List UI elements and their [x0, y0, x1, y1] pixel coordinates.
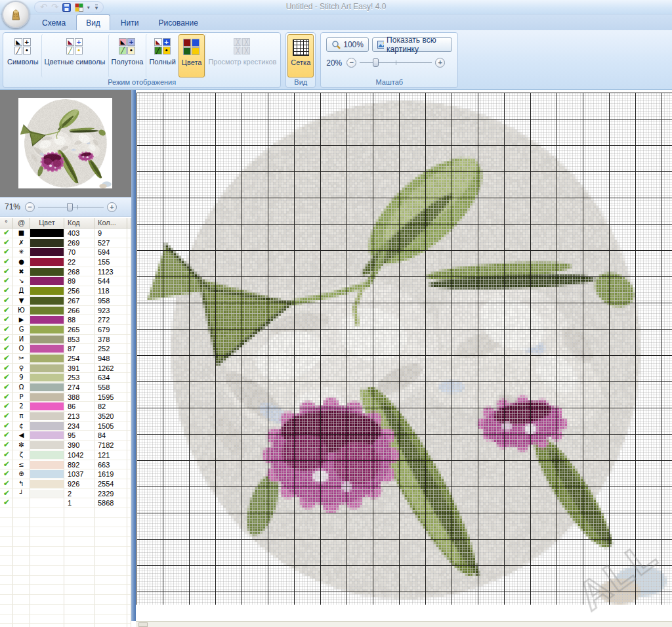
enabled-check-icon[interactable]: ✔ — [0, 364, 13, 374]
enabled-check-icon[interactable]: ✔ — [0, 431, 13, 441]
palette-row[interactable]: ✔■4039 — [0, 228, 131, 238]
main-area: 71% − + ° @ Цвет Код Кол... ✔■40 — [0, 90, 672, 627]
enabled-check-icon[interactable]: ✔ — [0, 460, 13, 470]
scale-slider-handle[interactable] — [373, 58, 379, 67]
enabled-check-icon[interactable]: ✔ — [0, 402, 13, 412]
palette-row[interactable]: ✔¢2341505 — [0, 422, 131, 431]
palette-row[interactable]: ✔↰9262554 — [0, 479, 131, 489]
enabled-check-icon[interactable]: ✔ — [0, 373, 13, 383]
enabled-check-icon[interactable]: ✔ — [0, 315, 13, 325]
enabled-check-icon[interactable]: ✔ — [0, 441, 13, 450]
enabled-check-icon[interactable]: ✔ — [0, 248, 13, 257]
palette-row[interactable]: ✔G265679 — [0, 325, 131, 335]
halftone-mode-button[interactable]: ◣+╱• Полутона — [108, 34, 146, 77]
palette-row[interactable]: ✔✖2681123 — [0, 267, 131, 277]
enabled-check-icon[interactable]: ✔ — [0, 412, 13, 422]
palette-row[interactable]: ✔ζ1042121 — [0, 450, 131, 460]
palette-row[interactable]: ✔●22155 — [0, 257, 131, 267]
enabled-check-icon[interactable]: ✔ — [0, 257, 13, 267]
zoom-100-button[interactable]: 100% — [326, 37, 369, 52]
palette-row[interactable]: ✔π2133520 — [0, 412, 131, 422]
preview-zoom-slider[interactable] — [38, 203, 104, 211]
enabled-check-icon[interactable]: ✔ — [0, 286, 13, 296]
enabled-check-icon[interactable]: ✔ — [0, 393, 13, 402]
enabled-check-icon[interactable]: ✔ — [0, 383, 13, 393]
enabled-check-icon[interactable]: ✔ — [0, 450, 13, 460]
enabled-check-icon[interactable]: ✔ — [0, 306, 13, 316]
symbols-mode-button[interactable]: ◣+╱• Символы — [5, 34, 41, 77]
palette-row[interactable]: ✔✳70594 — [0, 248, 131, 257]
stitch-symbol: 9 — [13, 373, 30, 383]
stitch-pattern-canvas[interactable] — [136, 93, 672, 605]
view-crosses-button[interactable]: ╳╳╳╳ Просмотр крестиков — [205, 34, 279, 77]
palette-row[interactable]: ✔15868 — [0, 498, 131, 508]
palette-row[interactable]: ✔✗269527 — [0, 238, 131, 248]
palette-row[interactable]: ✔9253634 — [0, 373, 131, 383]
tab-schema[interactable]: Схема — [33, 16, 75, 30]
preview-zoom-handle[interactable] — [67, 203, 73, 211]
stitch-count: 1595 — [94, 393, 127, 402]
enabled-check-icon[interactable]: ✔ — [0, 489, 13, 499]
palette-row[interactable]: ✔≤892663 — [0, 460, 131, 470]
thread-code: 256 — [64, 286, 94, 296]
enabled-check-icon[interactable]: ✔ — [0, 479, 13, 489]
tab-niti[interactable]: Нити — [112, 16, 148, 30]
enabled-check-icon[interactable]: ✔ — [0, 344, 13, 354]
palette-row[interactable]: ✔▶88272 — [0, 315, 131, 325]
enabled-check-icon[interactable]: ✔ — [0, 228, 13, 238]
header-enabled[interactable]: ° — [0, 218, 13, 228]
tab-vid[interactable]: Вид — [76, 14, 110, 30]
stitch-count: 1619 — [94, 469, 127, 479]
full-mode-button[interactable]: ◣+╱• Полный — [146, 34, 178, 77]
palette-row[interactable]: ✔И853378 — [0, 335, 131, 345]
header-count[interactable]: Кол... — [94, 218, 127, 228]
palette-row[interactable]: ✔O87252 — [0, 344, 131, 354]
header-color[interactable]: Цвет — [30, 218, 64, 228]
palette-row[interactable]: ✔✂254948 — [0, 354, 131, 364]
preview-zoom-value: 71% — [5, 202, 22, 211]
enabled-check-icon[interactable]: ✔ — [0, 276, 13, 286]
stitch-count: 378 — [94, 335, 127, 345]
header-symbol[interactable]: @ — [13, 218, 30, 228]
fit-picture-button[interactable]: Показать всю картинку — [372, 37, 452, 52]
palette-row[interactable]: ✔◀9584 — [0, 431, 131, 441]
palette-row[interactable]: ✔Р3881595 — [0, 393, 131, 402]
palette-row[interactable]: ✔┘22329 — [0, 489, 131, 499]
enabled-check-icon[interactable]: ✔ — [0, 238, 13, 248]
enabled-check-icon[interactable]: ✔ — [0, 422, 13, 431]
zoom-out-button[interactable]: − — [346, 58, 356, 68]
stitch-symbol: ▼ — [13, 296, 30, 306]
enabled-check-icon[interactable]: ✔ — [0, 335, 13, 345]
panel-splitter[interactable] — [131, 90, 136, 621]
palette-row[interactable]: ✔↘89544 — [0, 276, 131, 286]
enabled-check-icon[interactable]: ✔ — [0, 296, 13, 306]
scroll-button[interactable] — [138, 622, 148, 627]
color-symbols-mode-button[interactable]: ◣+╱• Цветные символы — [41, 34, 108, 77]
header-code[interactable]: Код — [64, 218, 94, 228]
stitch-count: 1123 — [94, 267, 127, 277]
palette-empty-row — [0, 566, 131, 576]
palette-row[interactable]: ✔▼267958 — [0, 296, 131, 306]
stitch-count: 5868 — [94, 498, 127, 508]
enabled-check-icon[interactable]: ✔ — [0, 354, 13, 364]
palette-row[interactable]: ✔⊕10371619 — [0, 469, 131, 479]
palette-row[interactable]: ✔Ω274558 — [0, 383, 131, 393]
preview-zoom-in-button[interactable]: + — [107, 202, 117, 212]
enabled-check-icon[interactable]: ✔ — [0, 498, 13, 508]
palette-row[interactable]: ✔Ю266923 — [0, 306, 131, 316]
preview-zoom-out-button[interactable]: − — [25, 202, 35, 212]
enabled-check-icon[interactable]: ✔ — [0, 325, 13, 335]
grid-toggle-button[interactable]: Сетка — [287, 34, 314, 77]
palette-row[interactable]: ✔✼3907182 — [0, 441, 131, 450]
stitch-count: 82 — [94, 402, 127, 412]
colors-mode-button[interactable]: Цвета — [178, 34, 205, 77]
zoom-in-button[interactable]: + — [435, 58, 445, 68]
scale-slider[interactable] — [360, 58, 432, 67]
palette-row[interactable]: ✔28682 — [0, 402, 131, 412]
app-menu-button[interactable] — [2, 1, 30, 28]
enabled-check-icon[interactable]: ✔ — [0, 469, 13, 479]
palette-row[interactable]: ✔Д256118 — [0, 286, 131, 296]
enabled-check-icon[interactable]: ✔ — [0, 267, 13, 277]
palette-row[interactable]: ✔♀3911262 — [0, 364, 131, 374]
tab-risovanie[interactable]: Рисование — [149, 16, 207, 30]
